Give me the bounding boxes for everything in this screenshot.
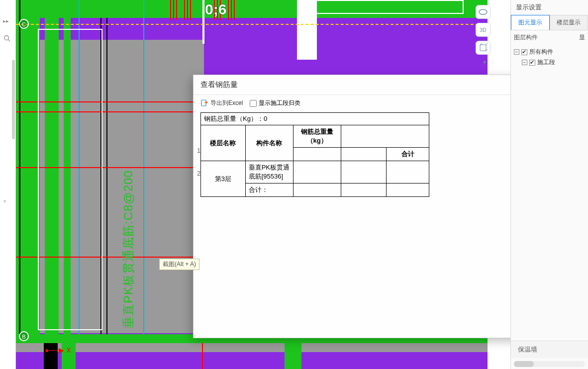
tree-row-child[interactable]: − 施工段 — [514, 57, 585, 68]
th-sum: 合计 — [387, 148, 429, 161]
tab-floor-display[interactable]: 楼层显示 — [550, 15, 588, 30]
col-hdr-layer: 图层构件 — [514, 33, 538, 42]
grid-bubble-b: B — [19, 331, 29, 341]
tab-element-display[interactable]: 图元显示 — [511, 15, 550, 30]
screenshot-tooltip: 截图(Alt + A) — [159, 259, 199, 270]
grid-bubble-c: C — [19, 19, 29, 29]
svg-rect-3 — [480, 45, 486, 51]
collapse-icon[interactable]: − — [514, 49, 519, 55]
row-number: 2 — [194, 170, 200, 177]
close-panel-icon[interactable]: × — [3, 198, 6, 205]
cell-member: 垂直PK板贯通底筋[95536] — [245, 161, 293, 184]
red-bar — [190, 0, 191, 20]
view-controls: 3D ▾ — [476, 5, 493, 66]
gap-white-2 — [202, 0, 204, 44]
tree-column-headers: 图层构件 显 — [511, 30, 588, 45]
red-bar — [231, 0, 232, 20]
col-green-2 — [285, 343, 301, 369]
rail-black-2 — [106, 18, 107, 339]
svg-point-0 — [4, 36, 9, 40]
red-bar — [228, 0, 229, 20]
view-orbit-icon[interactable] — [476, 5, 490, 19]
left-mini-toolbar: ▸▸ × — [0, 0, 16, 369]
cell-blank — [341, 161, 387, 184]
view-cube-icon[interactable] — [476, 41, 490, 55]
tree-child-label: 施工段 — [537, 58, 555, 67]
th-blank — [341, 125, 429, 148]
th-member: 构件名称 — [245, 125, 293, 161]
view-3d-button[interactable]: 3D — [476, 23, 490, 37]
red-bar — [184, 0, 185, 20]
rebar-annotation-label: 垂直PK板贯通底筋:C8@200 — [120, 170, 136, 328]
cell-floor: 第3层 — [201, 161, 246, 197]
th-sub-blank2 — [341, 148, 387, 161]
scrollbar-thumb[interactable] — [514, 361, 534, 367]
table-header-row: 楼层名称 构件名称 钢筋总重量（kg） — [201, 125, 429, 148]
grid-line-c — [16, 24, 488, 25]
slab-grey-bottom — [16, 343, 488, 352]
th-floor: 楼层名称 — [201, 125, 246, 161]
coord-label: 0;6 — [205, 1, 226, 18]
visibility-checkbox[interactable] — [529, 60, 535, 66]
show-segment-label: 显示施工段归类 — [259, 99, 300, 107]
collapse-icon[interactable]: − — [522, 60, 527, 65]
visibility-checkbox[interactable] — [521, 49, 527, 55]
slab-purple-bottom — [16, 352, 488, 369]
axis-x-label: ●──▶ X — [45, 346, 71, 354]
cell-sum — [387, 184, 429, 197]
cell-weight — [293, 184, 341, 197]
tree-row-root[interactable]: − 所有构件 — [514, 47, 585, 57]
red-bar — [187, 0, 188, 20]
red-bar — [173, 0, 174, 20]
red-bar — [176, 0, 177, 20]
export-icon — [200, 99, 208, 107]
display-tabs: 图元显示 楼层显示 — [511, 15, 588, 30]
svg-point-2 — [479, 9, 487, 14]
show-segment-checkbox[interactable]: 显示施工段归类 — [250, 99, 300, 107]
svg-line-5 — [486, 43, 488, 45]
display-settings-title: 显示设置 — [511, 0, 588, 15]
cyan-rule-2 — [143, 0, 144, 348]
export-excel-button[interactable]: 导出到Excel — [200, 99, 243, 107]
cell-blank — [341, 184, 387, 197]
panel-horizontal-scrollbar[interactable] — [514, 361, 585, 367]
th-sub-blank1 — [293, 148, 341, 161]
svg-rect-7 — [201, 100, 206, 106]
cell-weight — [293, 161, 341, 184]
col-hdr-show: 显 — [579, 33, 585, 42]
rebar-table: 楼层名称 构件名称 钢筋总重量（kg） 合计 第3层 垂直PK板贯通底筋[955… — [200, 125, 429, 197]
tree-root-label: 所有构件 — [529, 48, 553, 56]
red-bar — [234, 0, 235, 20]
cell-sum — [387, 161, 429, 184]
bottom-category-label[interactable]: 保温墙 — [511, 341, 588, 358]
th-weight: 钢筋总重量（kg） — [293, 125, 341, 148]
axis-line-vert — [19, 0, 20, 369]
selection-outline-1 — [38, 29, 102, 330]
display-settings-panel: 显示设置 图元显示 楼层显示 图层构件 显 − 所有构件 − 施工段 保温墙 — [510, 0, 588, 369]
cell-member-sum: 合计： — [245, 184, 293, 197]
view-more-dropdown-icon[interactable]: ▾ — [476, 59, 493, 66]
svg-line-1 — [8, 40, 10, 42]
selection-outline-2 — [309, 0, 464, 14]
show-segment-checkbox-input[interactable] — [250, 100, 257, 107]
row-number: 1 — [194, 147, 200, 154]
expand-left-icon[interactable]: ▸▸ — [3, 18, 9, 24]
search-icon[interactable] — [3, 35, 10, 42]
component-tree[interactable]: − 所有构件 − 施工段 — [511, 45, 588, 70]
left-scroll-indicator — [12, 60, 15, 139]
export-excel-label: 导出到Excel — [210, 99, 243, 107]
table-row: 第3层 垂直PK板贯通底筋[95536] — [201, 161, 429, 184]
total-weight-line: 钢筋总重量（Kg）：0 — [200, 112, 429, 125]
red-bar — [170, 0, 171, 20]
red-col — [202, 343, 203, 369]
